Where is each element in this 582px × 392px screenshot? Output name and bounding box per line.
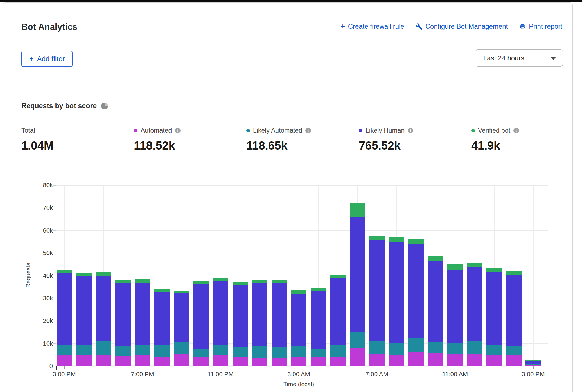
bar-12am-likely-automated[interactable]	[233, 347, 248, 357]
bar-10am-likely-automated[interactable]	[428, 342, 443, 353]
bar-2am-automated[interactable]	[272, 358, 287, 366]
bar-3am-verified-bot[interactable]	[291, 290, 306, 294]
bar-8am-verified-bot[interactable]	[389, 237, 404, 242]
print-report-link[interactable]: Print report	[519, 22, 562, 30]
configure-bot-management-link[interactable]: Configure Bot Management	[416, 22, 508, 30]
bar-6am-likely-automated[interactable]	[350, 332, 365, 347]
bar-10am-verified-bot[interactable]	[428, 256, 443, 261]
bar-8am-automated[interactable]	[389, 355, 404, 366]
bar-1pm-likely-human[interactable]	[486, 272, 502, 345]
bar-9am-automated[interactable]	[408, 352, 424, 366]
bar-5am-verified-bot[interactable]	[330, 275, 346, 278]
bar-10am-automated[interactable]	[428, 353, 443, 366]
bar-7pm-automated[interactable]	[135, 355, 150, 366]
bar-7am-likely-automated[interactable]	[369, 341, 385, 354]
info-icon[interactable]: i	[305, 128, 311, 133]
bar-2pm-verified-bot[interactable]	[506, 271, 522, 275]
bar-12am-automated[interactable]	[233, 357, 248, 366]
bar-1am-likely-automated[interactable]	[252, 346, 267, 357]
bar-3pm-likely-human[interactable]	[57, 273, 72, 345]
bar-12pm-verified-bot[interactable]	[467, 263, 482, 267]
bar-2am-likely-human[interactable]	[272, 283, 287, 347]
info-icon[interactable]: i	[175, 128, 181, 133]
bar-3pm-likely-automated[interactable]	[525, 364, 541, 365]
bar-1pm-likely-automated[interactable]	[486, 345, 502, 355]
bar-2pm-likely-automated[interactable]	[506, 346, 522, 355]
bar-9am-likely-automated[interactable]	[408, 338, 424, 352]
bar-9pm-likely-automated[interactable]	[174, 342, 189, 354]
bar-5am-automated[interactable]	[330, 357, 346, 366]
bar-2am-likely-automated[interactable]	[272, 347, 287, 357]
bar-1pm-verified-bot[interactable]	[486, 268, 502, 272]
bar-6am-likely-human[interactable]	[350, 217, 365, 332]
add-filter-button[interactable]: + Add filter	[21, 51, 73, 67]
bar-9pm-verified-bot[interactable]	[174, 291, 189, 293]
bar-10pm-likely-automated[interactable]	[193, 349, 209, 357]
bar-10pm-likely-human[interactable]	[193, 284, 209, 349]
bar-6pm-likely-automated[interactable]	[115, 346, 131, 356]
bar-11pm-likely-human[interactable]	[213, 281, 228, 345]
bar-6pm-likely-human[interactable]	[115, 283, 131, 346]
bar-11pm-likely-automated[interactable]	[213, 345, 228, 355]
bar-12pm-likely-automated[interactable]	[467, 341, 482, 354]
bar-3pm-verified-bot[interactable]	[57, 270, 72, 273]
bar-12pm-automated[interactable]	[467, 354, 482, 366]
bar-5pm-verified-bot[interactable]	[96, 272, 111, 276]
bar-4pm-likely-automated[interactable]	[76, 345, 92, 355]
bar-9pm-automated[interactable]	[174, 354, 189, 366]
bar-7am-verified-bot[interactable]	[369, 236, 385, 240]
bar-5am-likely-human[interactable]	[330, 278, 346, 346]
bar-10am-likely-human[interactable]	[428, 261, 443, 342]
bar-8pm-verified-bot[interactable]	[154, 289, 170, 292]
bar-3pm-likely-human[interactable]	[525, 361, 541, 364]
bar-6pm-verified-bot[interactable]	[115, 280, 131, 283]
bar-5pm-likely-human[interactable]	[96, 276, 111, 342]
bar-10pm-verified-bot[interactable]	[193, 281, 209, 284]
create-firewall-rule-link[interactable]: + Create firewall rule	[340, 22, 404, 30]
time-range-dropdown[interactable]: Last 24 hours	[476, 49, 563, 67]
bar-6am-verified-bot[interactable]	[350, 203, 365, 217]
bar-4am-likely-automated[interactable]	[311, 349, 326, 357]
bar-12am-likely-human[interactable]	[233, 285, 248, 347]
bar-9pm-likely-human[interactable]	[174, 293, 189, 342]
bar-3am-likely-automated[interactable]	[291, 346, 306, 357]
bar-8am-likely-human[interactable]	[389, 242, 404, 343]
bar-5pm-automated[interactable]	[96, 355, 111, 366]
bar-3am-automated[interactable]	[291, 357, 306, 366]
bar-2pm-likely-human[interactable]	[506, 275, 522, 346]
bar-2am-verified-bot[interactable]	[272, 280, 287, 283]
bar-1am-verified-bot[interactable]	[252, 280, 267, 283]
bar-1am-likely-human[interactable]	[252, 283, 267, 346]
bar-7pm-likely-automated[interactable]	[135, 345, 150, 355]
bar-11am-verified-bot[interactable]	[447, 264, 463, 271]
bar-1pm-automated[interactable]	[486, 355, 502, 366]
bar-3pm-likely-automated[interactable]	[57, 345, 72, 355]
bar-7pm-likely-human[interactable]	[135, 283, 150, 345]
bar-7am-automated[interactable]	[369, 354, 385, 366]
bar-4pm-likely-human[interactable]	[76, 276, 92, 345]
bar-4am-likely-human[interactable]	[311, 291, 326, 349]
bar-8pm-likely-automated[interactable]	[154, 345, 170, 356]
bar-11pm-verified-bot[interactable]	[213, 278, 228, 281]
bar-4pm-verified-bot[interactable]	[76, 273, 92, 276]
bar-2pm-automated[interactable]	[506, 355, 522, 366]
info-icon[interactable]: i	[408, 128, 413, 133]
bar-6am-automated[interactable]	[350, 348, 365, 366]
bar-12pm-likely-human[interactable]	[467, 267, 482, 341]
bar-8pm-likely-human[interactable]	[154, 292, 170, 346]
bar-10pm-automated[interactable]	[193, 357, 209, 366]
bar-11pm-automated[interactable]	[213, 355, 228, 366]
info-icon[interactable]: i	[513, 128, 519, 133]
bar-11am-likely-human[interactable]	[447, 270, 463, 343]
bar-1am-automated[interactable]	[252, 358, 267, 366]
bar-4am-verified-bot[interactable]	[311, 288, 326, 291]
bar-9am-likely-human[interactable]	[408, 244, 424, 339]
bar-11am-automated[interactable]	[447, 354, 463, 366]
bar-7am-likely-human[interactable]	[369, 240, 385, 341]
bar-11am-likely-automated[interactable]	[447, 343, 463, 354]
bar-3pm-automated[interactable]	[57, 355, 72, 366]
bar-6pm-automated[interactable]	[115, 356, 131, 366]
bar-3am-likely-human[interactable]	[291, 294, 306, 346]
bar-9am-verified-bot[interactable]	[408, 239, 424, 244]
bar-5pm-likely-automated[interactable]	[96, 341, 111, 355]
